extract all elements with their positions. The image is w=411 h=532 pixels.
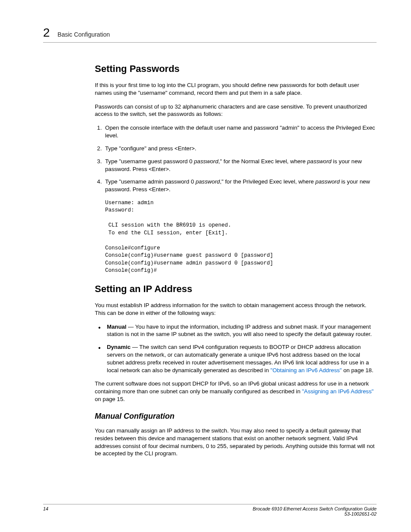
page-number: 14 xyxy=(43,506,48,516)
chapter-title: Basic Configuration xyxy=(58,31,110,38)
cross-reference-link[interactable]: "Assigning an IPv6 Address" xyxy=(302,388,374,395)
bullet-text: on page 18. xyxy=(342,367,373,373)
footer-doc-info: Brocade 6910 Ethernet Access Switch Conf… xyxy=(252,506,377,516)
password-param: password xyxy=(196,178,220,185)
bullet-text: — You have to input the information, inc… xyxy=(107,324,372,338)
password-param: password xyxy=(307,158,331,165)
step-text: Type "username guest password 0 xyxy=(105,158,194,165)
body-text: The current software does not support DH… xyxy=(95,380,377,403)
page-footer: 14 Brocade 6910 Ethernet Access Switch C… xyxy=(43,504,377,516)
step-text: ," for the Normal Exec level, where xyxy=(218,158,307,165)
paragraph-text: on page 15. xyxy=(95,396,125,402)
step-item: Type "configure" and press <Enter>. xyxy=(103,145,377,152)
body-text: You can manually assign an IP address to… xyxy=(95,427,377,457)
body-text: Passwords can consist of up to 32 alphan… xyxy=(95,103,377,118)
step-item: Open the console interface with the defa… xyxy=(103,124,377,140)
section-heading-passwords: Setting Passwords xyxy=(95,63,377,75)
section-heading-ip: Setting an IP Address xyxy=(95,283,377,295)
chapter-number: 2 xyxy=(43,26,50,40)
cross-reference-link[interactable]: "Obtaining an IPv6 Address" xyxy=(271,367,342,373)
page-container: 2 Basic Configuration Setting Passwords … xyxy=(0,0,411,481)
subsection-heading-manual: Manual Configuration xyxy=(95,412,377,421)
step-item: Type "username guest password 0 password… xyxy=(103,158,377,173)
numbered-steps: Open the console interface with the defa… xyxy=(95,124,377,193)
list-item: Dynamic — The switch can send IPv4 confi… xyxy=(103,343,377,374)
doc-id: 53-1002651-02 xyxy=(252,511,377,516)
step-text: Type "username admin password 0 xyxy=(105,178,196,185)
password-param: password xyxy=(315,178,339,185)
guide-title: Brocade 6910 Ethernet Access Switch Conf… xyxy=(252,506,377,511)
bullet-list: Manual — You have to input the informati… xyxy=(95,323,377,374)
body-text: If this is your first time to log into t… xyxy=(95,81,377,97)
bullet-label: Manual xyxy=(107,324,126,330)
main-content: Setting Passwords If this is your first … xyxy=(95,63,377,457)
code-block: Username: admin Password: CLI session wi… xyxy=(105,199,377,275)
list-item: Manual — You have to input the informati… xyxy=(103,323,377,339)
body-text: You must establish IP address informatio… xyxy=(95,302,377,317)
password-param: password xyxy=(194,158,218,165)
step-item: Type "username admin password 0 password… xyxy=(103,178,377,193)
page-header: 2 Basic Configuration xyxy=(43,26,377,43)
bullet-label: Dynamic xyxy=(107,344,131,350)
step-text: ," for the Privileged Exec level, where xyxy=(220,178,315,185)
